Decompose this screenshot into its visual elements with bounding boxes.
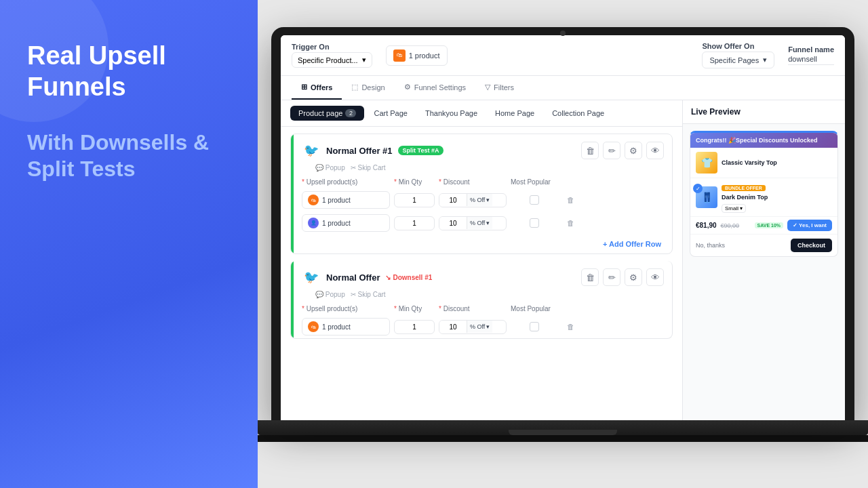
offer-1-row-1-discount: % Off ▾ <box>439 193 507 207</box>
offer-1-settings-btn[interactable]: ⚙ <box>625 142 642 159</box>
col-header-upsell: * Upsell product(s) <box>302 178 390 186</box>
offer-1-row-2-discount-val[interactable] <box>439 217 467 230</box>
main-content: Product page 2 Cart Page Thankyou Page <box>281 100 845 420</box>
col-header-popular: Most Popular <box>511 178 558 186</box>
offer-1-row-1-discount-type[interactable]: % Off ▾ <box>467 194 492 206</box>
offer-1-row-1-discount-val[interactable] <box>439 194 467 207</box>
offer-1-row-1-product-label: 1 product <box>322 197 351 204</box>
app: Trigger On Specific Product... ▾ 🛍 1 pro… <box>281 35 845 420</box>
tab-funnel-settings[interactable]: ⚙ Funnel Settings <box>395 76 475 100</box>
page-tab-collection[interactable]: Collection Page <box>544 106 612 121</box>
design-icon: ⬚ <box>351 83 358 92</box>
offer-1-actions: 🗑 ✏ ⚙ 👁 <box>581 142 664 159</box>
filter-icon: ▽ <box>485 83 490 92</box>
subheadline: With Downsells & Split Tests <box>27 129 231 182</box>
product-badge[interactable]: 🛍 1 product <box>386 45 448 66</box>
offer-2-row-1-del[interactable]: 🗑 <box>562 319 578 335</box>
laptop-screen: Trigger On Specific Product... ▾ 🛍 1 pro… <box>281 35 845 420</box>
offer-2-popup: 💬 Popup <box>315 291 345 298</box>
offer-1-add-row: + Add Offer Row <box>291 235 672 253</box>
offer-2-col-headers: * Upsell product(s) * Min Qty * Discount <box>291 302 672 315</box>
show-offer-dropdown[interactable]: Specific Pages ▾ <box>702 52 774 68</box>
bundle-check-icon: ✓ <box>693 184 703 193</box>
laptop-foot <box>258 435 868 442</box>
offer-1-row-2-product-label: 1 product <box>322 220 351 227</box>
offer-1-row-1-product[interactable]: 🛍 1 product <box>302 191 390 209</box>
offer-1-view-btn[interactable]: 👁 <box>646 142 664 159</box>
trigger-label: Trigger On <box>292 43 372 51</box>
offer-1-row-2-del[interactable]: 🗑 <box>562 215 578 231</box>
offer-2-row-1-avatar: 🛍 <box>308 321 319 332</box>
chevron-down-icon: ▾ <box>362 56 366 64</box>
preview-actions: No, thanks Checkout <box>690 234 837 256</box>
chevron-down-icon: ▾ <box>486 220 490 226</box>
offer-2-delete-btn[interactable]: 🗑 <box>581 268 599 286</box>
offer-2-row-1-product[interactable]: 🛍 1 product <box>302 318 390 336</box>
offer-2-row-1-qty[interactable] <box>394 320 435 334</box>
laptop: Trigger On Specific Product... ▾ 🛍 1 pro… <box>268 27 858 461</box>
offer-2-settings-btn[interactable]: ⚙ <box>625 268 642 286</box>
trigger-dropdown[interactable]: Specific Product... ▾ <box>292 52 372 68</box>
offer-2-badge-label: Downsell #1 <box>393 274 432 281</box>
offer-2-row-1-discount-type[interactable]: % Off ▾ <box>467 321 492 333</box>
size-select[interactable]: Small ▾ <box>722 204 746 213</box>
offer-2-row-1-popular-checkbox[interactable] <box>530 322 539 331</box>
offer-1-row-2-qty[interactable] <box>394 216 435 230</box>
top-bar: Trigger On Specific Product... ▾ 🛍 1 pro… <box>281 35 845 76</box>
checkout-btn[interactable]: Checkout <box>791 239 832 252</box>
offer-1-edit-btn[interactable]: ✏ <box>603 142 620 159</box>
preview-product-1-name: Classic Varsity Top <box>722 159 777 166</box>
tab-design[interactable]: ⬚ Design <box>342 76 394 100</box>
preview-product-2-name: Dark Denim Top <box>722 194 832 201</box>
offer-2-view-btn[interactable]: 👁 <box>646 268 664 286</box>
page-tab-cart[interactable]: Cart Page <box>366 106 416 121</box>
offer-card-1: 🐦 Normal Offer #1 Split Test #A 🗑 ✏ ⚙ 👁 <box>290 134 673 254</box>
tab-offers[interactable]: ⊞ Offers <box>292 76 342 100</box>
laptop-base <box>258 420 868 435</box>
yes-i-want-btn[interactable]: ✓ Yes, I want <box>787 220 832 231</box>
offer-1-row-1-qty[interactable] <box>394 193 435 207</box>
offer-1-sub: 💬 Popup ✂ Skip Cart <box>315 164 672 171</box>
no-thanks-btn[interactable]: No, thanks <box>696 242 725 249</box>
col2-header-minqty: * Min Qty <box>394 305 435 312</box>
offer-card-1-header: 🐦 Normal Offer #1 Split Test #A 🗑 ✏ ⚙ 👁 <box>291 134 672 164</box>
col2-header-upsell: * Upsell product(s) <box>302 305 390 312</box>
offer-1-icon: 🐦 <box>302 141 321 160</box>
offer-1-delete-btn[interactable]: 🗑 <box>581 142 599 159</box>
tab-filters[interactable]: ▽ Filters <box>475 76 524 100</box>
offer-2-edit-btn[interactable]: ✏ <box>603 268 620 286</box>
offer-2-sub: 💬 Popup ✂ Skip Cart <box>315 291 672 298</box>
page-tab-thankyou[interactable]: Thankyou Page <box>417 106 486 121</box>
preview-product-2-row: 👖 ✓ BUNDLE OFFER <box>690 178 837 217</box>
tabs-row: ⊞ Offers ⬚ Design ⚙ Funnel Settings ▽ <box>281 76 845 100</box>
show-offer-section: Show Offer On Specific Pages ▾ <box>702 42 774 68</box>
product-icon: 🛍 <box>393 49 406 62</box>
page-tab-home[interactable]: Home Page <box>487 106 542 121</box>
offer-1-row-2-popular <box>511 218 558 228</box>
page-tab-thankyou-label: Thankyou Page <box>425 109 477 117</box>
offer-1-add-offer-btn[interactable]: + Add Offer Row <box>603 240 661 248</box>
tab-funnel-settings-label: Funnel Settings <box>414 83 466 92</box>
dot-grid-bottom-left <box>20 339 129 447</box>
page-tab-product-badge: 2 <box>345 109 356 117</box>
page-tab-product[interactable]: Product page 2 <box>290 106 364 121</box>
offer-1-row-2-product[interactable]: 👤 1 product <box>302 214 390 232</box>
offer-1-row-2-discount: % Off ▾ <box>439 216 507 230</box>
product-1-thumbnail: 👕 <box>696 152 717 174</box>
offer-1-popup: 💬 Popup <box>315 164 345 171</box>
right-area: /* dots */ Trigger On Specific Product..… <box>258 0 868 488</box>
live-preview-title: Live Preview <box>691 107 741 117</box>
offer-1-row-2-popular-checkbox[interactable] <box>530 218 539 228</box>
offer-2-row-1-discount-val[interactable] <box>439 321 467 333</box>
settings-icon: ⚙ <box>404 83 411 92</box>
offer-1-row-2-discount-type[interactable]: % Off ▾ <box>467 217 492 229</box>
offer-1-row-1-del[interactable]: 🗑 <box>562 192 578 208</box>
offer-2-badge: ↘ Downsell #1 <box>385 274 432 281</box>
offer-1-badge: Split Test #A <box>398 146 444 155</box>
offer-1-title: Normal Offer #1 <box>326 146 393 156</box>
offer-1-col-headers: * Upsell product(s) * Min Qty * Discount <box>291 176 672 188</box>
offer-1-row-1-popular-checkbox[interactable] <box>530 195 539 205</box>
live-preview-panel: Live Preview Congrats!! 🎉Special Discoun… <box>682 100 845 420</box>
offer-1-row-1-popular <box>511 195 558 205</box>
preview-card: Congrats!! 🎉Special Discounts Unlocked 👕… <box>690 131 838 257</box>
